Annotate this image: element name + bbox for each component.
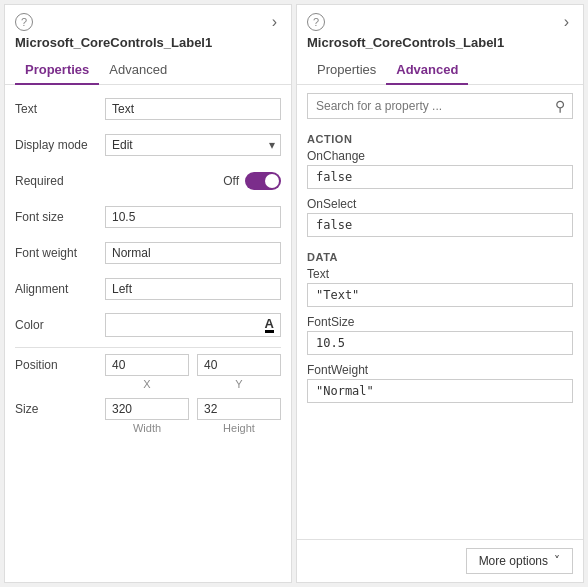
right-chevron-btn[interactable]: › (560, 13, 573, 31)
more-options-row: More options ˅ (297, 539, 583, 582)
prop-row-color: Color A (15, 311, 281, 339)
prop-row-position: Position X Y (15, 354, 281, 390)
right-tabs: Properties Advanced (307, 56, 573, 84)
prop-label-size: Size (15, 398, 105, 416)
toggle-knob (265, 174, 279, 188)
prop-row-size: Size Width Height (15, 398, 281, 434)
text-input[interactable] (105, 98, 281, 120)
size-width-input[interactable] (105, 398, 189, 420)
color-a-icon: A (265, 317, 274, 333)
section-label-data: DATA (297, 245, 583, 267)
prop-label-display: Display mode (15, 138, 105, 152)
prop-row-fontweight: Font weight (15, 239, 281, 267)
data-section: Text "Text" FontSize 10.5 FontWeight "No… (297, 267, 583, 403)
right-panel-content: ⚲ ACTION OnChange false OnSelect false D… (297, 85, 583, 539)
left-tab-advanced[interactable]: Advanced (99, 56, 177, 85)
onselect-value[interactable]: false (307, 213, 573, 237)
data-fontweight-value[interactable]: "Normal" (307, 379, 573, 403)
prop-value-fontweight (105, 242, 281, 264)
color-button[interactable]: A (105, 313, 281, 337)
position-x-field: X (105, 354, 189, 390)
alignment-input[interactable] (105, 278, 281, 300)
size-height-input[interactable] (197, 398, 281, 420)
left-chevron-btn[interactable]: › (268, 13, 281, 31)
search-wrap: ⚲ (307, 93, 573, 119)
onselect-label: OnSelect (307, 197, 573, 211)
divider-1 (15, 347, 281, 348)
data-fontsize-label: FontSize (307, 315, 573, 329)
fontweight-input[interactable] (105, 242, 281, 264)
search-input[interactable] (307, 93, 573, 119)
left-panel-title: Microsoft_CoreControls_Label1 (15, 35, 281, 50)
right-panel-header: ? › Microsoft_CoreControls_Label1 Proper… (297, 5, 583, 85)
prop-row-fontsize: Font size (15, 203, 281, 231)
more-options-label: More options (479, 554, 548, 568)
prop-label-color: Color (15, 318, 105, 332)
action-section: OnChange false OnSelect false (297, 149, 583, 237)
prop-value-alignment (105, 278, 281, 300)
data-text-label: Text (307, 267, 573, 281)
position-y-input[interactable] (197, 354, 281, 376)
prop-value-color: A (105, 313, 281, 337)
size-width-label: Width (133, 422, 161, 434)
prop-row-alignment: Alignment (15, 275, 281, 303)
position-y-field: Y (197, 354, 281, 390)
required-toggle[interactable] (245, 172, 281, 190)
onchange-value[interactable]: false (307, 165, 573, 189)
prop-label-fontweight: Font weight (15, 246, 105, 260)
left-tabs: Properties Advanced (15, 56, 281, 84)
right-panel-body: ⚲ ACTION OnChange false OnSelect false D… (297, 85, 583, 582)
prop-value-fontsize (105, 206, 281, 228)
more-options-button[interactable]: More options ˅ (466, 548, 573, 574)
right-panel: ? › Microsoft_CoreControls_Label1 Proper… (296, 4, 584, 583)
size-height-field: Height (197, 398, 281, 434)
prop-row-required: Required Off (15, 167, 281, 195)
prop-row-display: Display mode Edit View Disabled ▾ (15, 131, 281, 159)
prop-label-position: Position (15, 354, 105, 372)
left-panel-header: ? › Microsoft_CoreControls_Label1 Proper… (5, 5, 291, 85)
position-x-label: X (143, 378, 150, 390)
prop-label-fontsize: Font size (15, 210, 105, 224)
size-inputs: Width Height (105, 398, 281, 434)
size-height-label: Height (223, 422, 255, 434)
left-help-icon[interactable]: ? (15, 13, 33, 31)
section-label-action: ACTION (297, 127, 583, 149)
data-fontweight-label: FontWeight (307, 363, 573, 377)
toggle-off-label: Off (223, 174, 239, 188)
prop-label-alignment: Alignment (15, 282, 105, 296)
prop-value-required: Off (105, 172, 281, 190)
data-fontsize-value[interactable]: 10.5 (307, 331, 573, 355)
left-panel: ? › Microsoft_CoreControls_Label1 Proper… (4, 4, 292, 583)
search-icon: ⚲ (555, 98, 565, 114)
position-x-input[interactable] (105, 354, 189, 376)
position-y-label: Y (235, 378, 242, 390)
fontsize-input[interactable] (105, 206, 281, 228)
onchange-label: OnChange (307, 149, 573, 163)
right-help-icon[interactable]: ? (307, 13, 325, 31)
right-tab-advanced[interactable]: Advanced (386, 56, 468, 85)
left-panel-body: Text Display mode Edit View Disabled ▾ R… (5, 85, 291, 582)
right-panel-title: Microsoft_CoreControls_Label1 (307, 35, 573, 50)
more-options-chevron-icon: ˅ (554, 554, 560, 568)
prop-label-required: Required (15, 174, 105, 188)
position-inputs: X Y (105, 354, 281, 390)
size-width-field: Width (105, 398, 189, 434)
right-tab-properties[interactable]: Properties (307, 56, 386, 85)
data-text-value[interactable]: "Text" (307, 283, 573, 307)
prop-row-text: Text (15, 95, 281, 123)
prop-value-display: Edit View Disabled ▾ (105, 134, 281, 156)
left-tab-properties[interactable]: Properties (15, 56, 99, 85)
prop-value-text (105, 98, 281, 120)
display-mode-select[interactable]: Edit View Disabled (105, 134, 281, 156)
prop-label-text: Text (15, 102, 105, 116)
